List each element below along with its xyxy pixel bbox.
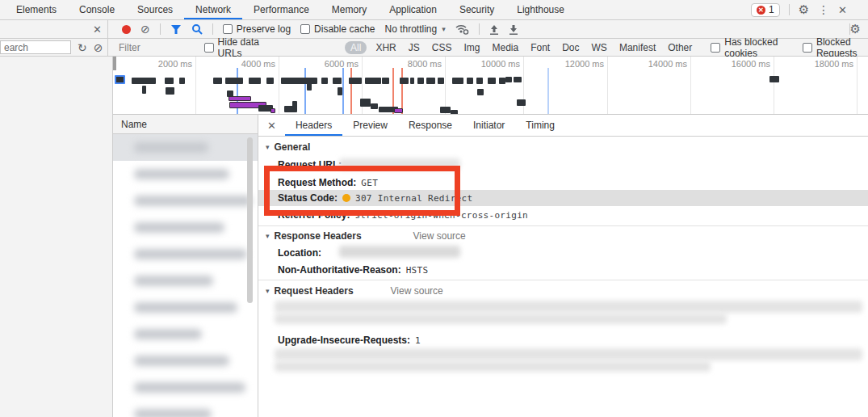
filter-pill-font[interactable]: Font <box>530 42 550 53</box>
search-icon[interactable] <box>191 23 203 35</box>
response-headers-section-header[interactable]: ▾ Response Headers View source <box>266 230 466 242</box>
details-tab-preview[interactable]: Preview <box>342 115 398 136</box>
throttling-value: No throttling <box>384 23 437 35</box>
view-source-link[interactable]: View source <box>391 285 443 297</box>
network-settings-gear-icon[interactable]: ⚙ <box>850 22 861 36</box>
request-row[interactable] <box>113 321 258 348</box>
redacted-request-name <box>134 276 213 286</box>
export-har-icon[interactable] <box>509 24 518 35</box>
checkbox-box[interactable] <box>711 43 720 53</box>
filter-pill-all[interactable]: All <box>345 41 367 54</box>
blocked-requests-checkbox[interactable]: Blocked Requests <box>803 36 868 59</box>
filter-pill-img[interactable]: Img <box>463 42 480 53</box>
checkbox-box[interactable] <box>803 43 812 53</box>
filter-pill-js[interactable]: JS <box>409 42 420 53</box>
console-error-badge[interactable]: ✕ 1 <box>751 3 780 17</box>
checkbox-box[interactable] <box>204 43 214 53</box>
name-column-label: Name <box>121 119 147 130</box>
disclosure-triangle-icon: ▾ <box>266 232 270 240</box>
request-headers-section-header[interactable]: ▾ Request Headers View source <box>266 285 443 297</box>
details-tab-timing[interactable]: Timing <box>515 115 565 136</box>
search-input[interactable] <box>0 40 71 54</box>
preserve-log-checkbox[interactable]: Preserve log <box>223 23 291 35</box>
status-code-value: 307 Internal Redirect <box>355 193 472 204</box>
checkbox-box[interactable] <box>300 24 310 34</box>
request-row[interactable] <box>113 401 258 417</box>
details-tab-initiator[interactable]: Initiator <box>463 115 515 136</box>
request-row[interactable] <box>113 348 258 374</box>
settings-gear-icon[interactable]: ⚙ <box>799 2 809 17</box>
filter-pill-other[interactable]: Other <box>668 42 692 53</box>
filter-pill-ws[interactable]: WS <box>592 42 607 53</box>
scrollbar[interactable] <box>247 137 253 412</box>
request-row[interactable] <box>113 294 258 321</box>
search-results-pane <box>0 57 113 417</box>
tab-sources[interactable]: Sources <box>126 0 184 19</box>
timeline-tick-label: 16000 ms <box>714 59 770 69</box>
request-row[interactable] <box>113 267 258 294</box>
has-blocked-cookies-checkbox[interactable]: Has blocked cookies <box>711 36 784 59</box>
timeline-gridline <box>195 57 196 114</box>
disable-cache-checkbox[interactable]: Disable cache <box>300 23 375 35</box>
details-tab-response[interactable]: Response <box>398 115 463 136</box>
network-overview-timeline[interactable]: 2000 ms4000 ms6000 ms8000 ms10000 ms1200… <box>113 57 868 115</box>
tab-lighthouse[interactable]: Lighthouse <box>505 0 576 19</box>
close-search-icon[interactable]: ✕ <box>93 23 102 36</box>
network-conditions-icon[interactable] <box>455 23 469 35</box>
redacted-request-name <box>134 222 224 233</box>
tab-network[interactable]: Network <box>184 0 242 19</box>
checkbox-box[interactable] <box>223 24 233 34</box>
filter-funnel-icon[interactable] <box>170 24 182 35</box>
request-row[interactable] <box>113 214 258 241</box>
separator <box>160 23 161 35</box>
view-source-link[interactable]: View source <box>413 230 466 242</box>
close-devtools-icon[interactable]: ✕ <box>838 4 847 16</box>
error-icon: ✕ <box>757 6 765 15</box>
request-row[interactable] <box>113 374 258 401</box>
waterfall-bar <box>476 78 483 84</box>
close-details-icon[interactable]: ✕ <box>258 115 285 136</box>
tab-elements[interactable]: Elements <box>5 0 68 19</box>
filter-pill-manifest[interactable]: Manifest <box>619 42 656 53</box>
tab-console[interactable]: Console <box>68 0 126 19</box>
tab-security[interactable]: Security <box>448 0 505 19</box>
general-title: General <box>275 141 311 153</box>
hide-data-urls-checkbox[interactable]: Hide data URLs <box>204 36 263 59</box>
filter-pill-doc[interactable]: Doc <box>562 42 579 53</box>
clear-icon[interactable]: ⊘ <box>140 23 150 35</box>
waterfall-bar <box>505 77 512 82</box>
import-har-icon[interactable] <box>489 24 499 35</box>
filter-pill-xhr[interactable]: XHR <box>375 42 396 53</box>
tab-memory[interactable]: Memory <box>321 0 378 19</box>
refresh-search-icon[interactable]: ↻ <box>78 41 87 54</box>
waterfall-bar <box>249 78 261 84</box>
clear-search-icon[interactable]: ⊘ <box>94 42 103 53</box>
timeline-gridline <box>279 57 279 114</box>
name-column-header[interactable]: Name <box>113 115 258 134</box>
waterfall-bar <box>769 76 779 82</box>
waterfall-bar <box>292 101 297 108</box>
record-icon[interactable] <box>122 25 131 34</box>
general-section-header[interactable]: ▾ General <box>266 141 310 153</box>
waterfall-bar <box>165 78 174 84</box>
location-row: Location: <box>278 247 321 259</box>
waterfall-bar <box>338 87 342 95</box>
request-row[interactable] <box>113 187 258 214</box>
request-row[interactable] <box>113 134 258 161</box>
referrer-policy-value: strict-origin-when-cross-origin <box>354 210 528 221</box>
filter-pill-media[interactable]: Media <box>493 42 519 53</box>
request-row[interactable] <box>113 241 258 267</box>
devtools-tabbar: ElementsConsoleSourcesNetworkPerformance… <box>0 0 868 20</box>
filter-input[interactable]: Filter <box>119 42 204 53</box>
filter-pill-css[interactable]: CSS <box>432 42 452 53</box>
tab-performance[interactable]: Performance <box>242 0 321 19</box>
tab-application[interactable]: Application <box>378 0 448 19</box>
redacted-request-header <box>275 348 862 360</box>
details-tab-headers[interactable]: Headers <box>285 115 342 136</box>
request-row[interactable] <box>113 161 258 187</box>
throttling-dropdown[interactable]: No throttling ▾ <box>384 23 445 35</box>
waterfall-bar <box>394 108 403 113</box>
scrollbar-thumb[interactable] <box>247 137 253 303</box>
more-options-icon[interactable]: ⋮ <box>818 3 829 16</box>
timeline-tick-label: 4000 ms <box>219 59 275 69</box>
